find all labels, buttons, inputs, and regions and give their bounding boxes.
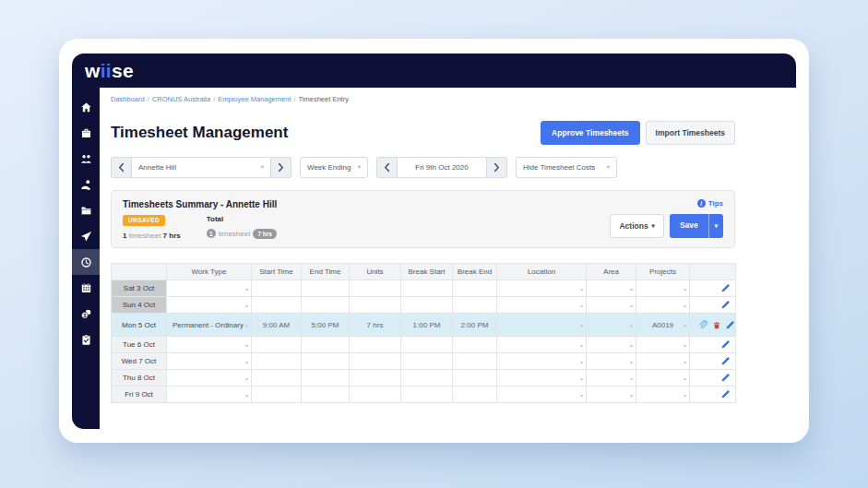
location-cell[interactable]: ▾ bbox=[497, 280, 587, 297]
week-prev-button[interactable] bbox=[376, 157, 397, 178]
projects-cell[interactable]: ▾ bbox=[636, 370, 690, 387]
attachment-paperclip-icon[interactable] bbox=[697, 319, 708, 330]
break-start-cell[interactable] bbox=[401, 337, 453, 353]
breadcrumb-cronus-australia[interactable]: CRONUS Australia bbox=[152, 95, 210, 103]
location-cell[interactable]: ▾ bbox=[497, 370, 587, 387]
projects-cell[interactable]: ▾ bbox=[636, 297, 690, 314]
work-type-cell[interactable]: ▾ bbox=[167, 297, 252, 314]
sidebar-item-clock[interactable] bbox=[72, 249, 100, 275]
start-time-cell[interactable] bbox=[252, 337, 302, 353]
break-start-cell[interactable] bbox=[401, 370, 453, 387]
work-type-cell[interactable]: ▾ bbox=[167, 370, 252, 387]
area-cell[interactable]: ▾ bbox=[587, 370, 636, 387]
sidebar-item-calendar[interactable] bbox=[72, 275, 100, 301]
save-dropdown-button[interactable]: ▾ bbox=[708, 214, 723, 238]
breadcrumb-dashboard[interactable]: Dashboard bbox=[111, 95, 145, 103]
edit-pencil-icon[interactable] bbox=[720, 389, 731, 399]
work-type-cell[interactable]: ▾ bbox=[167, 280, 252, 297]
sidebar-item-hand-holding[interactable] bbox=[72, 172, 100, 197]
work-type-cell[interactable]: ▾ bbox=[167, 353, 252, 370]
units-cell[interactable] bbox=[350, 387, 401, 403]
area-cell[interactable]: ▾ bbox=[587, 353, 636, 370]
start-time-cell[interactable] bbox=[252, 280, 302, 297]
units-cell[interactable] bbox=[350, 370, 401, 387]
employee-next-button[interactable] bbox=[271, 157, 291, 178]
projects-cell[interactable]: ▾ bbox=[636, 387, 690, 403]
projects-cell[interactable]: ▾ bbox=[636, 353, 690, 370]
start-time-cell[interactable]: 9:00 AM bbox=[252, 314, 302, 337]
break-end-cell[interactable] bbox=[453, 387, 497, 403]
area-cell[interactable]: ▾ bbox=[587, 387, 636, 403]
sidebar-item-plane[interactable] bbox=[72, 223, 100, 249]
start-time-cell[interactable] bbox=[252, 370, 302, 387]
week-ending-select[interactable]: Week Ending▾ bbox=[300, 157, 368, 178]
work-type-cell[interactable]: Permanent - Ordinary▾ bbox=[167, 314, 252, 337]
end-time-cell[interactable] bbox=[302, 370, 350, 387]
sidebar-item-briefcase[interactable] bbox=[72, 120, 100, 146]
sidebar-item-employees[interactable] bbox=[72, 146, 100, 172]
end-time-cell[interactable]: 5:00 PM bbox=[302, 314, 350, 337]
end-time-cell[interactable] bbox=[302, 280, 350, 297]
sidebar-item-folder[interactable] bbox=[72, 197, 100, 223]
tips-link[interactable]: iTips bbox=[697, 199, 723, 208]
location-cell[interactable]: ▾ bbox=[497, 353, 587, 370]
edit-pencil-icon[interactable] bbox=[720, 283, 731, 293]
break-end-cell[interactable] bbox=[453, 353, 497, 370]
breadcrumb-employee-management[interactable]: Employee Management bbox=[218, 95, 291, 103]
folder-icon bbox=[80, 205, 92, 217]
edit-pencil-icon[interactable] bbox=[720, 300, 731, 310]
timesheet-costs-select[interactable]: Hide Timesheet Costs▾ bbox=[516, 157, 617, 178]
projects-cell[interactable]: A0019▾ bbox=[636, 314, 690, 337]
actions-button[interactable]: Actions▾ bbox=[610, 214, 663, 238]
units-cell[interactable]: 7 hrs bbox=[350, 314, 401, 337]
work-type-cell[interactable]: ▾ bbox=[167, 337, 252, 353]
break-end-cell[interactable] bbox=[453, 297, 497, 314]
edit-pencil-icon[interactable] bbox=[720, 356, 731, 366]
units-cell[interactable] bbox=[350, 353, 401, 370]
area-cell[interactable]: ▾ bbox=[587, 337, 636, 353]
employee-select[interactable]: Annette Hill▾ bbox=[131, 157, 271, 178]
start-time-cell[interactable] bbox=[252, 353, 302, 370]
approve-timesheets-button[interactable]: Approve Timesheets bbox=[541, 121, 639, 145]
end-time-cell[interactable] bbox=[302, 337, 350, 353]
projects-cell[interactable]: ▾ bbox=[636, 337, 690, 353]
units-cell[interactable] bbox=[350, 337, 401, 353]
edit-pencil-icon[interactable] bbox=[725, 320, 735, 330]
import-timesheets-button[interactable]: Import Timesheets bbox=[646, 121, 735, 145]
end-time-cell[interactable] bbox=[302, 353, 350, 370]
break-start-cell[interactable] bbox=[401, 387, 453, 403]
area-cell[interactable]: ▾ bbox=[587, 297, 636, 314]
week-next-button[interactable] bbox=[487, 157, 507, 178]
end-time-cell[interactable] bbox=[302, 297, 350, 314]
area-cell[interactable]: ▾ bbox=[587, 314, 636, 337]
sidebar-item-coins[interactable]: $ bbox=[72, 301, 100, 327]
units-cell[interactable] bbox=[350, 297, 401, 314]
break-end-cell[interactable]: 2:00 PM bbox=[453, 314, 497, 337]
sidebar-item-home[interactable] bbox=[72, 94, 100, 120]
location-cell[interactable]: ▾ bbox=[497, 337, 587, 353]
break-end-cell[interactable] bbox=[453, 370, 497, 387]
location-cell[interactable]: ▾ bbox=[497, 387, 587, 403]
break-start-cell[interactable] bbox=[401, 353, 453, 370]
sidebar-item-clipboard-check[interactable] bbox=[72, 327, 100, 352]
start-time-cell[interactable] bbox=[252, 387, 302, 403]
edit-pencil-icon[interactable] bbox=[720, 373, 731, 383]
break-start-cell[interactable] bbox=[401, 297, 453, 314]
break-end-cell[interactable] bbox=[453, 280, 497, 297]
week-date-display[interactable]: Fri 9th Oct 2020 bbox=[397, 157, 487, 178]
end-time-cell[interactable] bbox=[302, 387, 350, 403]
area-cell[interactable]: ▾ bbox=[587, 280, 636, 297]
work-type-cell[interactable]: ▾ bbox=[167, 387, 252, 403]
break-start-cell[interactable]: 1:00 PM bbox=[401, 314, 453, 337]
break-start-cell[interactable] bbox=[401, 280, 453, 297]
start-time-cell[interactable] bbox=[252, 297, 302, 314]
save-button[interactable]: Save bbox=[670, 214, 708, 238]
projects-cell[interactable]: ▾ bbox=[636, 280, 690, 297]
delete-trash-icon[interactable] bbox=[712, 320, 721, 330]
location-cell[interactable]: ▾ bbox=[497, 314, 587, 337]
employee-prev-button[interactable] bbox=[111, 157, 131, 178]
break-end-cell[interactable] bbox=[453, 337, 497, 353]
edit-pencil-icon[interactable] bbox=[720, 339, 731, 350]
location-cell[interactable]: ▾ bbox=[497, 297, 587, 314]
units-cell[interactable] bbox=[350, 280, 401, 297]
